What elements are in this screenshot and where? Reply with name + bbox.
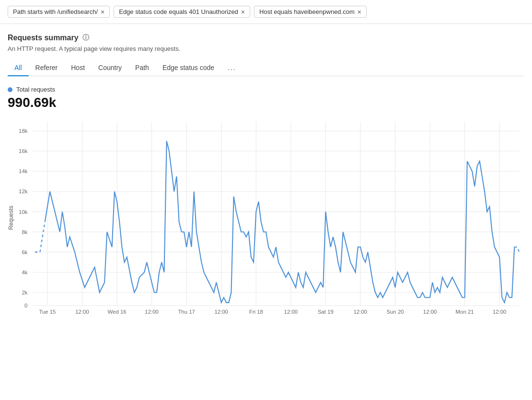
svg-text:Mon 21: Mon 21 — [456, 309, 474, 314]
path-filter-label: Path starts with /unifiedsearch/ — [13, 8, 98, 15]
metric-value: 990.69k — [8, 95, 524, 110]
status-filter-close[interactable]: × — [241, 9, 245, 15]
metric-label: Total requests — [8, 86, 524, 93]
svg-text:4k: 4k — [22, 270, 27, 275]
svg-text:2k: 2k — [22, 290, 27, 295]
path-filter-close[interactable]: × — [101, 9, 104, 15]
chart-container: Requests 18k 16k 14k 12k 10k 8k 6k 4k 2k… — [8, 122, 524, 314]
svg-text:12:00: 12:00 — [145, 309, 159, 314]
svg-text:Fri 18: Fri 18 — [249, 309, 263, 314]
filter-bar: Path starts with /unifiedsearch/ × Edge … — [0, 0, 532, 24]
svg-text:Sun 20: Sun 20 — [386, 309, 404, 314]
tab-edge-status[interactable]: Edge status code — [156, 60, 221, 76]
tab-path[interactable]: Path — [128, 60, 156, 76]
host-filter-tag: Host equals haveibeenpwned.com × — [254, 6, 367, 18]
svg-text:12k: 12k — [19, 188, 28, 194]
svg-text:12:00: 12:00 — [75, 309, 89, 314]
status-filter-label: Edge status code equals 401 Unauthorized — [119, 8, 238, 15]
section-title: Requests summary ⓘ — [8, 34, 524, 42]
svg-text:12:00: 12:00 — [214, 309, 228, 314]
svg-text:8k: 8k — [22, 229, 27, 235]
status-filter-tag: Edge status code equals 401 Unauthorized… — [114, 6, 250, 18]
metric-label-text: Total requests — [16, 86, 55, 93]
info-icon: ⓘ — [82, 34, 89, 42]
svg-text:Thu 17: Thu 17 — [178, 309, 195, 314]
host-filter-close[interactable]: × — [358, 9, 361, 15]
svg-text:0: 0 — [24, 303, 27, 308]
svg-text:Wed 16: Wed 16 — [108, 309, 127, 314]
svg-text:Tue 15: Tue 15 — [39, 309, 56, 314]
svg-text:18k: 18k — [19, 128, 28, 134]
svg-text:16k: 16k — [19, 148, 28, 154]
tabs-bar: All Referer Host Country Path Edge statu… — [8, 60, 524, 76]
tab-country[interactable]: Country — [92, 60, 128, 76]
svg-text:12:00: 12:00 — [284, 309, 298, 314]
tab-more[interactable]: ... — [221, 60, 243, 76]
svg-text:12:00: 12:00 — [354, 309, 368, 314]
svg-text:Sat 19: Sat 19 — [318, 309, 334, 314]
tab-referer[interactable]: Referer — [29, 60, 65, 76]
y-axis-title: Requests — [8, 206, 14, 230]
svg-text:12:00: 12:00 — [423, 309, 437, 314]
metric-dot — [8, 87, 12, 92]
host-filter-label: Host equals haveibeenpwned.com — [259, 8, 355, 15]
svg-text:6k: 6k — [22, 249, 27, 255]
section-title-text: Requests summary — [8, 34, 79, 42]
section-description: An HTTP request. A typical page view req… — [8, 45, 524, 52]
svg-text:12:00: 12:00 — [493, 309, 507, 314]
svg-text:10k: 10k — [19, 209, 28, 215]
requests-chart: 18k 16k 14k 12k 10k 8k 6k 4k 2k 0 — [8, 122, 524, 314]
path-filter-tag: Path starts with /unifiedsearch/ × — [8, 6, 110, 18]
tab-host[interactable]: Host — [64, 60, 92, 76]
svg-text:14k: 14k — [19, 168, 28, 174]
tab-all[interactable]: All — [8, 60, 29, 76]
